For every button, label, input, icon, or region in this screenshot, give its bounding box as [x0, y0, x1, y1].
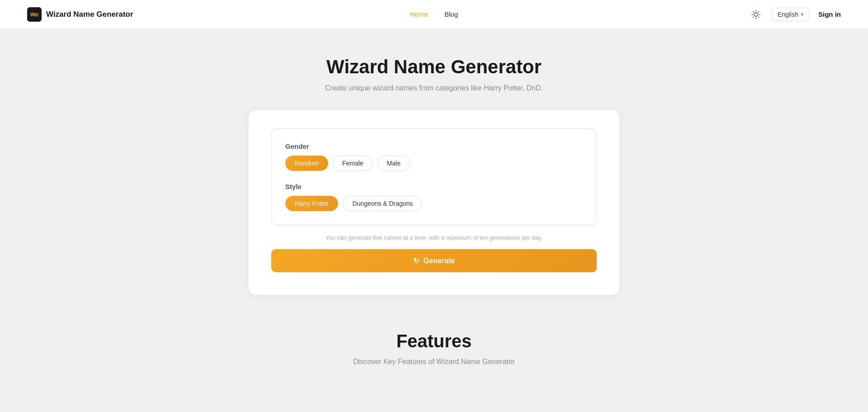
- logo-icon: Wiz: [27, 7, 42, 22]
- logo-text: Wiz: [30, 12, 38, 17]
- generate-label: Generate: [424, 257, 455, 265]
- svg-point-0: [754, 12, 758, 16]
- gender-male-button[interactable]: Male: [377, 156, 410, 171]
- nav-home[interactable]: Home: [410, 10, 428, 18]
- generate-button[interactable]: ↻ Generate: [271, 249, 597, 272]
- navbar-left: Wiz Wizard Name Generator: [27, 7, 133, 22]
- style-label: Style: [285, 183, 583, 190]
- gender-group: Gender Random Female Male: [285, 142, 583, 171]
- chevron-down-icon: ▾: [801, 12, 803, 17]
- options-box: Gender Random Female Male Style Harry Po…: [271, 128, 597, 225]
- gender-options: Random Female Male: [285, 156, 583, 171]
- features-section: Features Discover Key Features of Wizard…: [9, 331, 859, 366]
- generator-card: Gender Random Female Male Style Harry Po…: [249, 110, 619, 295]
- page-subtitle: Create unique wizard names from categori…: [325, 84, 543, 92]
- gender-female-button[interactable]: Female: [333, 156, 373, 171]
- svg-line-7: [753, 17, 754, 17]
- svg-line-4: [758, 17, 759, 17]
- style-options: Harry Potter Dungeons & Dragons: [285, 196, 583, 211]
- brand-name: Wizard Name Generator: [46, 10, 133, 19]
- language-label: English: [778, 11, 798, 18]
- style-group: Style Harry Potter Dungeons & Dragons: [285, 183, 583, 211]
- svg-line-3: [753, 11, 754, 12]
- navbar-center: Home Blog: [410, 10, 458, 18]
- sign-in-button[interactable]: Sign in: [818, 10, 841, 18]
- nav-blog[interactable]: Blog: [444, 10, 458, 18]
- gender-label: Gender: [285, 142, 583, 150]
- main-content: Wizard Name Generator Create unique wiza…: [0, 29, 868, 402]
- svg-line-8: [758, 11, 759, 12]
- gender-random-button[interactable]: Random: [285, 156, 328, 171]
- hint-text: You can generate five names at a time, w…: [271, 234, 597, 241]
- features-title: Features: [9, 331, 859, 351]
- language-selector[interactable]: English ▾: [772, 8, 809, 21]
- features-subtitle: Discover Key Features of Wizard Name Gen…: [9, 358, 859, 366]
- refresh-icon: ↻: [413, 256, 419, 265]
- style-dnd-button[interactable]: Dungeons & Dragons: [343, 196, 422, 211]
- navbar: Wiz Wizard Name Generator Home Blog Engl…: [0, 0, 868, 29]
- style-harry-potter-button[interactable]: Harry Potter: [285, 196, 338, 211]
- navbar-right: English ▾ Sign in: [749, 8, 841, 21]
- theme-toggle-button[interactable]: [749, 8, 763, 21]
- page-title: Wizard Name Generator: [326, 56, 542, 78]
